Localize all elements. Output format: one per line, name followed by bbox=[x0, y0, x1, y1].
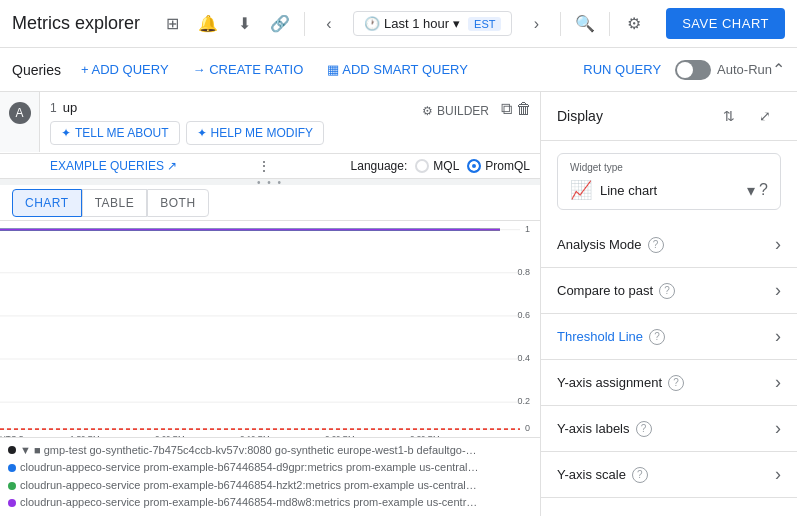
widget-help-button[interactable]: ? bbox=[759, 181, 768, 200]
analysis-mode-chevron: › bbox=[775, 234, 781, 255]
legend-item-3: cloudrun-appeco-service prom-example-b67… bbox=[8, 477, 532, 495]
promql-radio-label[interactable]: PromQL bbox=[467, 159, 530, 173]
chart-svg: 1 0.8 0.6 0.4 0.2 0 bbox=[0, 221, 540, 437]
legend-area: ▼ ■ gmp-test go-synthetic-7b475c4ccb-kv5… bbox=[0, 437, 540, 516]
bell-icon-btn[interactable]: 🔔 bbox=[192, 8, 224, 40]
chart-tab[interactable]: CHART bbox=[12, 189, 82, 217]
link-icon-btn[interactable]: 🔗 bbox=[264, 8, 296, 40]
threshold-line-help-icon[interactable]: ? bbox=[649, 329, 665, 345]
query-row: A 1 up ✦ TELL ME ABOUT ✦ HELP ME MODIFY bbox=[0, 92, 540, 154]
time-range-selector[interactable]: 🕐 Last 1 hour ▾ EST bbox=[353, 11, 512, 36]
legend-item-2: cloudrun-appeco-service prom-example-b67… bbox=[8, 459, 532, 477]
queries-actions: + ADD QUERY → CREATE RATIO ▦ ADD SMART Q… bbox=[73, 58, 476, 81]
y-axis-labels-label-wrap: Y-axis labels ? bbox=[557, 421, 652, 437]
query-right-actions: ⚙ BUILDER ⧉ 🗑 bbox=[414, 92, 540, 122]
create-ratio-button[interactable]: → CREATE RATIO bbox=[185, 58, 312, 81]
legend-text-1: ▼ ■ gmp-test go-synthetic-7b475c4ccb-kv5… bbox=[20, 442, 480, 460]
y-axis-scale-label-wrap: Y-axis scale ? bbox=[557, 467, 648, 483]
more-options-button[interactable]: ⋮ bbox=[257, 158, 271, 174]
query-action-buttons: ✦ TELL ME ABOUT ✦ HELP ME MODIFY bbox=[50, 121, 404, 145]
widget-actions: ▾ ? bbox=[747, 181, 768, 200]
chart-area: 1 0.8 0.6 0.4 0.2 0 bbox=[0, 221, 540, 437]
auto-run-switch[interactable] bbox=[675, 60, 711, 80]
query-letter: A bbox=[9, 102, 31, 124]
compare-to-past-section[interactable]: Compare to past ? › bbox=[541, 268, 797, 314]
widget-type-box: Widget type 📈 Line chart ▾ ? bbox=[557, 153, 781, 210]
query-number: 1 bbox=[50, 101, 57, 115]
divider3 bbox=[609, 12, 610, 36]
mql-radio[interactable] bbox=[415, 159, 429, 173]
analysis-mode-section[interactable]: Analysis Mode ? › bbox=[541, 222, 797, 268]
save-chart-button[interactable]: SAVE CHART bbox=[666, 8, 785, 39]
promql-radio[interactable] bbox=[467, 159, 481, 173]
y-axis-assignment-section[interactable]: Y-axis assignment ? › bbox=[541, 360, 797, 406]
display-header: Display ⇅ ⤢ bbox=[541, 92, 797, 141]
legend-text-3: cloudrun-appeco-service prom-example-b67… bbox=[20, 477, 480, 495]
mql-radio-label[interactable]: MQL bbox=[415, 159, 459, 173]
left-panel: A 1 up ✦ TELL ME ABOUT ✦ HELP ME MODIFY bbox=[0, 92, 541, 516]
copy-button[interactable]: ⧉ bbox=[501, 100, 512, 118]
svg-text:0.8: 0.8 bbox=[517, 267, 530, 277]
tell-me-about-button[interactable]: ✦ TELL ME ABOUT bbox=[50, 121, 180, 145]
compare-to-past-label: Compare to past bbox=[557, 283, 653, 298]
add-smart-query-button[interactable]: ▦ ADD SMART QUERY bbox=[319, 58, 476, 81]
time-range-label: Last 1 hour bbox=[384, 16, 449, 31]
svg-text:2:30 PM: 2:30 PM bbox=[410, 434, 440, 437]
auto-run-label: Auto-Run bbox=[717, 62, 772, 77]
sort-up-icon-btn[interactable]: ⇅ bbox=[713, 100, 745, 132]
y-axis-scale-label: Y-axis scale bbox=[557, 467, 626, 482]
grid-icon-btn[interactable]: ⊞ bbox=[156, 8, 188, 40]
app-title: Metrics explorer bbox=[12, 13, 140, 34]
table-tab[interactable]: TABLE bbox=[82, 189, 148, 217]
y-axis-assignment-chevron: › bbox=[775, 372, 781, 393]
auto-run-toggle: Auto-Run bbox=[675, 60, 772, 80]
chart-tabs: CHART TABLE BOTH bbox=[0, 185, 540, 221]
analysis-mode-label: Analysis Mode bbox=[557, 237, 642, 252]
svg-text:0.2: 0.2 bbox=[517, 396, 530, 406]
example-queries-link[interactable]: EXAMPLE QUERIES ↗ bbox=[50, 159, 177, 173]
svg-text:1:50 PM: 1:50 PM bbox=[70, 434, 100, 437]
threshold-line-label-wrap: Threshold Line ? bbox=[557, 329, 665, 345]
delete-button[interactable]: 🗑 bbox=[516, 100, 532, 118]
builder-icon: ⚙ bbox=[422, 104, 433, 118]
builder-button[interactable]: ⚙ BUILDER bbox=[414, 100, 497, 122]
analysis-mode-help-icon[interactable]: ? bbox=[648, 237, 664, 253]
mql-label: MQL bbox=[433, 159, 459, 173]
y-axis-scale-help-icon[interactable]: ? bbox=[632, 467, 648, 483]
chevron-down-icon: ▾ bbox=[453, 16, 460, 31]
y-axis-scale-section[interactable]: Y-axis scale ? › bbox=[541, 452, 797, 498]
y-axis-labels-label: Y-axis labels bbox=[557, 421, 630, 436]
legend-dot-2 bbox=[8, 464, 16, 472]
run-query-button[interactable]: RUN QUERY bbox=[575, 58, 669, 81]
search-icon-btn[interactable]: 🔍 bbox=[569, 8, 601, 40]
y-axis-labels-help-icon[interactable]: ? bbox=[636, 421, 652, 437]
compare-to-past-help-icon[interactable]: ? bbox=[659, 283, 675, 299]
queries-bar: Queries + ADD QUERY → CREATE RATIO ▦ ADD… bbox=[0, 48, 797, 92]
legend-dot-4 bbox=[8, 499, 16, 507]
toggle-thumb bbox=[677, 62, 693, 78]
download-icon-btn[interactable]: ⬇ bbox=[228, 8, 260, 40]
collapse-button[interactable]: ⌃ bbox=[772, 60, 785, 79]
widget-dropdown-button[interactable]: ▾ bbox=[747, 181, 755, 200]
y-axis-assignment-help-icon[interactable]: ? bbox=[668, 375, 684, 391]
threshold-line-section[interactable]: Threshold Line ? › bbox=[541, 314, 797, 360]
prev-icon-btn[interactable]: ‹ bbox=[313, 8, 345, 40]
y-axis-labels-section[interactable]: Y-axis labels ? › bbox=[541, 406, 797, 452]
widget-type-label: Widget type bbox=[570, 162, 768, 173]
expand-icon-btn[interactable]: ⤢ bbox=[749, 100, 781, 132]
widget-name: Line chart bbox=[600, 183, 739, 198]
right-panel: Display ⇅ ⤢ Widget type 📈 Line chart ▾ ?… bbox=[541, 92, 797, 516]
threshold-line-label: Threshold Line bbox=[557, 329, 643, 344]
legend-text-4: cloudrun-appeco-service prom-example-b67… bbox=[20, 494, 480, 512]
legend-item: ▼ ■ gmp-test go-synthetic-7b475c4ccb-kv5… bbox=[8, 442, 532, 460]
help-me-modify-button[interactable]: ✦ HELP ME MODIFY bbox=[186, 121, 324, 145]
add-query-button[interactable]: + ADD QUERY bbox=[73, 58, 177, 81]
next-icon-btn[interactable]: › bbox=[520, 8, 552, 40]
svg-text:UTC-5: UTC-5 bbox=[0, 434, 24, 437]
threshold-line-chevron: › bbox=[775, 326, 781, 347]
settings-icon-btn[interactable]: ⚙ bbox=[618, 8, 650, 40]
y-axis-labels-chevron: › bbox=[775, 418, 781, 439]
query-text: up bbox=[63, 100, 77, 115]
svg-text:0.6: 0.6 bbox=[517, 310, 530, 320]
both-tab[interactable]: BOTH bbox=[147, 189, 208, 217]
